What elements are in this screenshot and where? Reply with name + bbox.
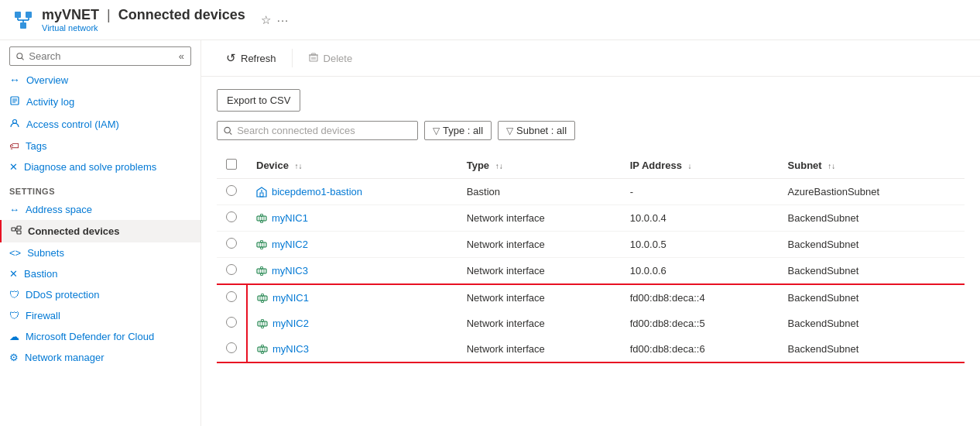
row-type-cell: Network interface — [457, 258, 621, 285]
row-radio[interactable] — [226, 238, 237, 249]
device-link[interactable]: myNIC2 — [272, 239, 308, 250]
row-type-cell: Network interface — [457, 311, 621, 336]
row-type-cell: Network interface — [457, 336, 621, 362]
svg-rect-58 — [262, 320, 264, 322]
type-sort-icon[interactable]: ↑↓ — [495, 162, 503, 170]
device-link[interactable]: myNIC2 — [272, 318, 309, 329]
subnet-col-header: Subnet ↑↓ — [779, 153, 965, 179]
row-radio[interactable] — [226, 264, 237, 275]
row-type-cell: Network interface — [457, 232, 621, 258]
sidebar-item-bastion[interactable]: ✕ Bastion — [0, 263, 200, 284]
sidebar-search-input[interactable] — [29, 50, 173, 62]
settings-section-header: Settings — [0, 177, 200, 199]
delete-button[interactable]: Delete — [299, 47, 362, 70]
device-link[interactable]: myNIC3 — [272, 343, 309, 355]
diagnose-label[interactable]: Diagnose and solve problems — [24, 161, 156, 173]
bastion-label[interactable]: Bastion — [24, 268, 57, 280]
header-actions: ☆ ··· — [255, 13, 290, 27]
row-subnet-cell: AzureBastionSubnet — [779, 179, 965, 205]
select-all-checkbox[interactable] — [226, 159, 237, 170]
sidebar-nav-item-overview[interactable]: ↔ Overview — [0, 69, 200, 91]
network-manager-label[interactable]: Network manager — [25, 352, 105, 363]
search-icon — [16, 52, 24, 61]
row-radio[interactable] — [226, 211, 237, 222]
sidebar-nav-item-diagnose[interactable]: ✕ Diagnose and solve problems — [0, 156, 200, 177]
table-row: myNIC2 Network interface 10.0.0.5 Backen… — [217, 232, 965, 258]
device-link[interactable]: myNIC1 — [272, 212, 308, 224]
subnets-icon: <> — [9, 247, 21, 259]
row-radio[interactable] — [226, 342, 237, 353]
svg-rect-28 — [260, 193, 263, 197]
firewall-icon: 🛡 — [9, 310, 19, 321]
ip-col-header: IP Address ↓ — [621, 153, 779, 179]
firewall-label[interactable]: Firewall — [26, 310, 60, 321]
table-row: bicepdemo1-bastion Bastion - AzureBastio… — [217, 179, 965, 205]
sidebar-nav-item-activity-log[interactable]: Activity log — [0, 91, 200, 113]
sidebar-item-firewall[interactable]: 🛡 Firewall — [0, 305, 200, 326]
type-col-header: Type ↑↓ — [457, 153, 621, 179]
connected-devices-label[interactable]: Connected devices — [28, 225, 120, 237]
device-link[interactable]: bicepdemo1-bastion — [272, 186, 362, 198]
device-link[interactable]: myNIC3 — [272, 265, 308, 277]
svg-point-25 — [224, 127, 230, 132]
row-device-cell: bicepdemo1-bastion — [247, 179, 457, 205]
row-device-cell: myNIC2 — [247, 311, 457, 336]
row-device-cell: myNIC1 — [247, 284, 457, 311]
row-radio[interactable] — [226, 317, 237, 328]
row-device-cell: myNIC3 — [247, 336, 457, 362]
ms-defender-label[interactable]: Microsoft Defender for Cloud — [26, 331, 154, 342]
row-ip-cell: 10.0.0.5 — [621, 232, 779, 258]
star-icon[interactable]: ☆ — [261, 13, 271, 27]
sidebar-nav-item-access-control[interactable]: Access control (IAM) — [0, 113, 200, 136]
tags-label[interactable]: Tags — [26, 140, 46, 152]
header-title-group: myVNET | Connected devices Virtual netwo… — [42, 7, 245, 33]
filter-search-icon — [224, 126, 232, 136]
device-link[interactable]: myNIC1 — [272, 292, 309, 304]
subnet-filter-icon: ▽ — [506, 125, 513, 136]
sidebar-item-ms-defender[interactable]: ☁ Microsoft Defender for Cloud — [0, 326, 200, 347]
row-select-cell — [217, 284, 247, 311]
row-subnet-cell: BackendSubnet — [779, 258, 965, 285]
row-select-cell — [217, 311, 247, 336]
delete-label: Delete — [324, 53, 353, 64]
svg-rect-0 — [15, 12, 21, 18]
table-row: myNIC1 Network interface fd00:db8:deca::… — [217, 284, 965, 311]
device-sort-icon[interactable]: ↑↓ — [295, 162, 303, 170]
overview-icon: ↔ — [9, 74, 20, 86]
sidebar-item-ddos[interactable]: 🛡 DDoS protection — [0, 284, 200, 305]
ip-sort-icon[interactable]: ↓ — [688, 162, 692, 170]
export-csv-button[interactable]: Export to CSV — [217, 89, 300, 112]
ms-defender-icon: ☁ — [9, 331, 19, 342]
ddos-label[interactable]: DDoS protection — [26, 289, 99, 301]
row-select-cell — [217, 179, 247, 205]
svg-rect-46 — [261, 267, 263, 270]
address-space-label[interactable]: Address space — [26, 204, 92, 215]
sidebar-nav-item-tags[interactable]: 🏷 Tags — [0, 136, 200, 156]
type-filter[interactable]: ▽ Type : all — [424, 121, 492, 140]
sidebar-item-network-manager[interactable]: ⚙ Network manager — [0, 347, 200, 368]
sidebar-item-address-space[interactable]: ↔ Address space — [0, 199, 200, 220]
row-radio[interactable] — [226, 185, 237, 196]
filters-row: ▽ Type : all ▽ Subnet : all — [217, 121, 965, 140]
row-ip-cell: fd00:db8:deca::4 — [621, 284, 779, 311]
ddos-icon: 🛡 — [9, 289, 19, 301]
collapse-icon[interactable]: « — [179, 50, 184, 62]
sidebar-item-connected-devices[interactable]: Connected devices — [0, 220, 200, 242]
row-radio[interactable] — [226, 291, 237, 302]
subnet-filter[interactable]: ▽ Subnet : all — [498, 121, 575, 140]
sidebar-item-subnets[interactable]: <> Subnets — [0, 242, 200, 263]
activity-log-label[interactable]: Activity log — [26, 96, 74, 108]
svg-rect-52 — [262, 294, 264, 297]
ellipsis-icon[interactable]: ··· — [277, 13, 290, 26]
select-all-col — [217, 153, 247, 179]
subnet-sort-icon[interactable]: ↑↓ — [828, 162, 835, 170]
row-select-cell — [217, 232, 247, 258]
overview-label[interactable]: Overview — [26, 74, 68, 86]
device-search-input[interactable] — [237, 125, 411, 136]
toolbar: ↺ Refresh Delete — [201, 40, 980, 77]
row-subnet-cell: BackendSubnet — [779, 205, 965, 232]
devices-table: Device ↑↓ Type ↑↓ IP Address ↓ Subnet — [217, 153, 965, 363]
refresh-button[interactable]: ↺ Refresh — [217, 46, 286, 70]
subnets-label[interactable]: Subnets — [27, 247, 64, 259]
access-control-label[interactable]: Access control (IAM) — [26, 119, 119, 130]
